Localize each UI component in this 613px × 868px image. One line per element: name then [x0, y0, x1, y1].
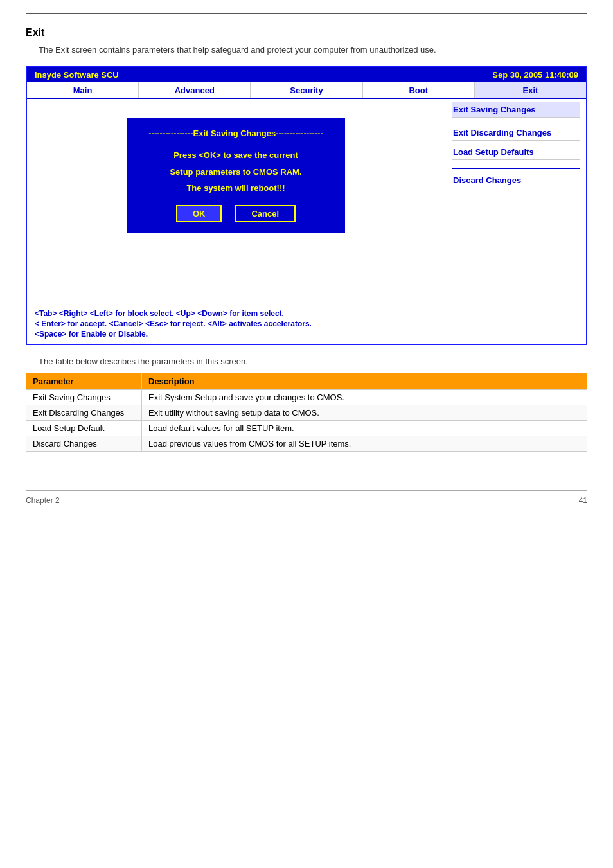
table-header-desc: Description: [142, 373, 587, 390]
nav-exit[interactable]: Exit: [475, 82, 586, 98]
table-cell-desc: Exit utility without saving setup data t…: [142, 405, 587, 421]
bios-header-right: Sep 30, 2005 11:40:09: [492, 70, 578, 80]
table-cell-desc: Exit System Setup and save your changes …: [142, 390, 587, 405]
bios-footer-line-1: <Tab> <Right> <Left> for block select. <…: [35, 309, 578, 318]
sidebar-exit-discarding-changes[interactable]: Exit Discarding Changes: [452, 125, 580, 141]
section-description: The table below describes the parameters…: [39, 357, 587, 366]
dialog-title: ----------------Exit Saving Changes-----…: [141, 128, 331, 141]
table-row: Discard ChangesLoad previous values from…: [26, 436, 587, 452]
table-cell-param: Exit Saving Changes: [26, 390, 142, 405]
table-row: Exit Discarding ChangesExit utility with…: [26, 405, 587, 421]
table-row: Exit Saving ChangesExit System Setup and…: [26, 390, 587, 405]
bios-screen: Insyde Software SCU Sep 30, 2005 11:40:0…: [26, 66, 587, 345]
table-cell-param: Load Setup Default: [26, 421, 142, 436]
bios-header: Insyde Software SCU Sep 30, 2005 11:40:0…: [27, 67, 586, 82]
dialog-line-1: Press <OK> to save the current: [141, 149, 331, 162]
bios-footer-line-3: <Space> for Enable or Disable.: [35, 330, 578, 339]
page-title: Exit: [26, 27, 587, 39]
dialog-box: ----------------Exit Saving Changes-----…: [127, 118, 345, 233]
sidebar-divider: [452, 168, 580, 169]
page-footer: Chapter 2 41: [26, 490, 587, 505]
table-cell-param: Discard Changes: [26, 436, 142, 452]
table-cell-desc: Load previous values from CMOS for all S…: [142, 436, 587, 452]
sidebar-load-setup-defaults[interactable]: Load Setup Defaults: [452, 145, 580, 160]
table-cell-param: Exit Discarding Changes: [26, 405, 142, 421]
sidebar-exit-saving-changes[interactable]: Exit Saving Changes: [452, 102, 580, 118]
table-row: Load Setup DefaultLoad default values fo…: [26, 421, 587, 436]
bios-sidebar: Exit Saving Changes Exit Discarding Chan…: [445, 99, 586, 305]
bios-footer-line-2: < Enter> for accept. <Cancel> <Esc> for …: [35, 319, 578, 328]
params-table: Parameter Description Exit Saving Change…: [26, 373, 587, 452]
table-header-param: Parameter: [26, 373, 142, 390]
dialog-line-3: The system will reboot!!!: [141, 182, 331, 195]
top-rule: [26, 13, 587, 14]
nav-boot[interactable]: Boot: [363, 82, 475, 98]
bios-body: ----------------Exit Saving Changes-----…: [27, 99, 586, 305]
bios-nav: Main Advanced Security Boot Exit: [27, 82, 586, 99]
sidebar-discard-changes[interactable]: Discard Changes: [452, 173, 580, 188]
dialog-buttons: OK Cancel: [141, 205, 331, 222]
page-description: The Exit screen contains parameters that…: [39, 45, 587, 55]
dialog-ok-button[interactable]: OK: [176, 205, 222, 222]
table-cell-desc: Load default values for all SETUP item.: [142, 421, 587, 436]
nav-main[interactable]: Main: [27, 82, 139, 98]
bios-header-left: Insyde Software SCU: [35, 70, 119, 80]
bios-footer: <Tab> <Right> <Left> for block select. <…: [27, 305, 586, 344]
dialog-cancel-button[interactable]: Cancel: [235, 205, 296, 222]
footer-chapter: Chapter 2: [26, 496, 60, 505]
nav-advanced[interactable]: Advanced: [139, 82, 251, 98]
bios-main-area: ----------------Exit Saving Changes-----…: [27, 99, 445, 305]
nav-security[interactable]: Security: [251, 82, 362, 98]
dialog-line-2: Setup parameters to CMOS RAM.: [141, 166, 331, 179]
footer-page: 41: [579, 496, 587, 505]
